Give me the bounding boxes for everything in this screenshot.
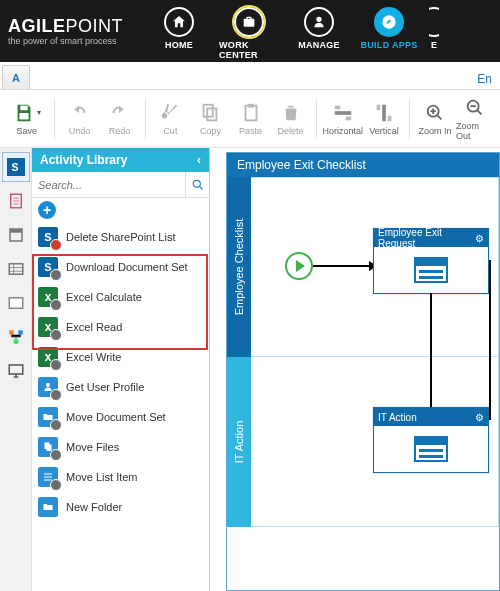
activity-excel-calculate[interactable]: Excel Calculate	[32, 282, 209, 312]
toolbar-sep	[145, 99, 146, 139]
activity-download-doc-set[interactable]: Download Document Set	[32, 252, 209, 282]
lane-employee-checklist[interactable]: Employee Checklist Employee Exit Request…	[227, 177, 499, 357]
docstrip-right-text[interactable]: En	[477, 72, 500, 89]
briefcase-icon	[234, 7, 264, 37]
align-h-icon	[332, 102, 354, 124]
paste-label: Paste	[239, 126, 262, 136]
undo-button[interactable]: Undo	[60, 102, 98, 136]
nav-work-center[interactable]: WORK CENTER	[219, 7, 279, 60]
node-it-action[interactable]: IT Action⚙	[373, 407, 489, 473]
add-activity-button[interactable]: +	[38, 201, 56, 219]
nav-overflow-label: E	[431, 40, 437, 50]
rail-sharepoint[interactable]: S	[2, 152, 30, 182]
zoom-out-icon	[464, 97, 486, 119]
svg-rect-6	[334, 111, 351, 115]
activity-label: Download Document Set	[66, 261, 188, 273]
align-v-icon	[373, 102, 395, 124]
editor-toolbar: ▾ Save Undo Redo Cut Copy Paste Delete H…	[0, 90, 500, 148]
folder-icon	[38, 407, 58, 427]
nav-work-center-label: WORK CENTER	[219, 40, 279, 60]
swimlane-pool[interactable]: Employee Exit Checklist Employee Checkli…	[226, 152, 500, 591]
save-icon	[13, 102, 35, 124]
home-icon	[164, 7, 194, 37]
svg-rect-5	[248, 103, 254, 107]
nav-manage[interactable]: MANAGE	[289, 7, 349, 50]
lane-it-action[interactable]: IT Action IT Action⚙	[227, 357, 499, 527]
redo-button[interactable]: Redo	[100, 102, 138, 136]
left-rail: S	[0, 148, 32, 591]
activity-delete-sp-list[interactable]: Delete SharePoint List	[32, 222, 209, 252]
paste-icon	[240, 102, 262, 124]
svg-rect-22	[18, 330, 23, 335]
delete-button[interactable]: Delete	[272, 102, 310, 136]
svg-rect-21	[9, 330, 14, 335]
activity-library-title: Activity Library	[40, 153, 127, 167]
activity-excel-read[interactable]: Excel Read	[32, 312, 209, 342]
lane-inner[interactable]: Employee Exit Request⚙	[251, 177, 499, 357]
cut-icon	[159, 102, 181, 124]
rail-flow[interactable]	[2, 322, 30, 352]
svg-point-25	[193, 180, 200, 187]
svg-rect-8	[345, 116, 351, 120]
activity-search-button[interactable]	[185, 172, 209, 197]
paste-button[interactable]: Paste	[231, 102, 269, 136]
svg-rect-7	[334, 105, 340, 109]
copy-label: Copy	[200, 126, 221, 136]
start-event[interactable]	[285, 252, 313, 280]
brand-logo: AGILEPOINT the power of smart process	[8, 16, 123, 46]
rail-table[interactable]	[2, 254, 30, 284]
svg-rect-20	[9, 298, 23, 309]
align-h-label: Horizontal	[322, 126, 363, 136]
node-employee-exit-request[interactable]: Employee Exit Request⚙	[373, 228, 489, 294]
toolbar-sep	[316, 99, 317, 139]
activity-search-input[interactable]	[32, 172, 185, 197]
svg-rect-19	[9, 264, 23, 275]
activity-get-user-profile[interactable]: Get User Profile	[32, 372, 209, 402]
svg-rect-11	[388, 115, 392, 121]
activity-move-list-item[interactable]: Move List Item	[32, 462, 209, 492]
cut-button[interactable]: Cut	[151, 102, 189, 136]
activity-label: Move Files	[66, 441, 119, 453]
activity-move-files[interactable]: Move Files	[32, 432, 209, 462]
collapse-icon[interactable]: ‹	[197, 153, 201, 167]
undo-label: Undo	[69, 126, 91, 136]
zoom-out-button[interactable]: Zoom Out	[456, 97, 494, 141]
rail-form[interactable]	[2, 220, 30, 250]
gear-icon[interactable]: ⚙	[475, 412, 484, 423]
activity-library-header[interactable]: Activity Library ‹	[32, 148, 209, 172]
activity-new-folder[interactable]: New Folder	[32, 492, 209, 522]
activity-move-doc-set[interactable]: Move Document Set	[32, 402, 209, 432]
excel-icon	[38, 347, 58, 367]
activity-search-row	[32, 172, 209, 198]
align-horizontal-button[interactable]: Horizontal	[322, 102, 363, 136]
node-title: IT Action	[378, 412, 417, 423]
lane-label[interactable]: IT Action	[227, 357, 251, 527]
redo-label: Redo	[109, 126, 131, 136]
brand-word-2: POINT	[66, 16, 124, 36]
nav-overflow[interactable]: E	[429, 7, 439, 50]
pool-title[interactable]: Employee Exit Checklist	[227, 153, 499, 177]
copy-button[interactable]: Copy	[191, 102, 229, 136]
activity-label: Delete SharePoint List	[66, 231, 175, 243]
rail-monitor[interactable]	[2, 356, 30, 386]
cut-label: Cut	[163, 126, 177, 136]
lane-inner[interactable]: IT Action⚙	[251, 357, 499, 527]
activity-label: Excel Read	[66, 321, 122, 333]
zoom-in-button[interactable]: Zoom In	[416, 102, 454, 136]
connector[interactable]	[313, 265, 371, 267]
activity-excel-write[interactable]: Excel Write	[32, 342, 209, 372]
gear-icon[interactable]: ⚙	[475, 233, 484, 244]
nav-build-apps[interactable]: BUILD APPS	[359, 7, 419, 50]
save-button[interactable]: ▾ Save	[6, 102, 48, 136]
nav-build-apps-label: BUILD APPS	[360, 40, 417, 50]
nav-home[interactable]: HOME	[149, 7, 209, 50]
svg-rect-24	[9, 365, 23, 374]
process-canvas[interactable]: Employee Exit Checklist Employee Checkli…	[210, 148, 500, 591]
align-vertical-button[interactable]: Vertical	[365, 102, 403, 136]
rail-shape[interactable]	[2, 288, 30, 318]
lane-label[interactable]: Employee Checklist	[227, 177, 251, 357]
form-icon	[414, 436, 448, 462]
document-tab[interactable]: A	[2, 65, 30, 89]
files-icon	[38, 437, 58, 457]
rail-document[interactable]	[2, 186, 30, 216]
